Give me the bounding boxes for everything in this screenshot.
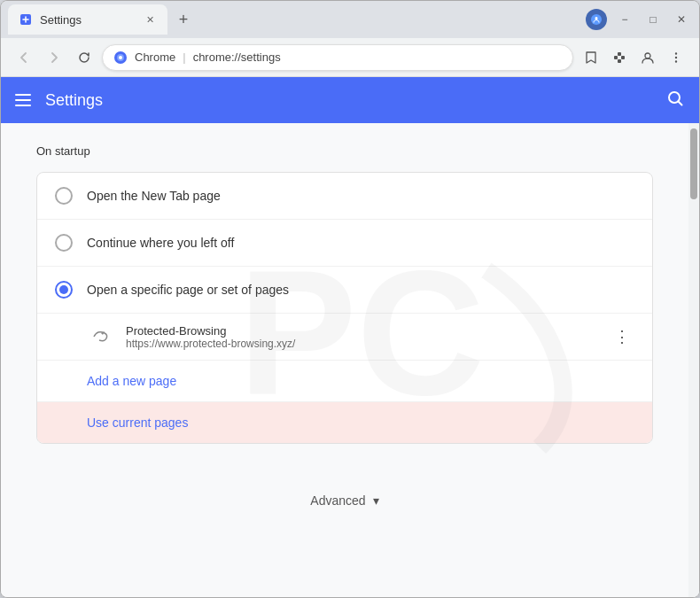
radio-btn-new-tab[interactable] (55, 187, 73, 205)
forward-button[interactable] (42, 45, 66, 70)
toolbar-icons (579, 45, 688, 70)
tab-favicon-icon (19, 12, 33, 27)
svg-rect-9 (618, 59, 621, 63)
use-current-pages-link[interactable]: Use current pages (87, 415, 188, 430)
page-name: Protected-Browsing (126, 324, 599, 338)
svg-rect-8 (618, 52, 621, 56)
settings-header: Settings (1, 77, 699, 123)
more-options-button[interactable]: ⋮ (610, 324, 634, 349)
svg-rect-7 (621, 56, 625, 59)
address-url: chrome://settings (193, 50, 281, 64)
svg-point-11 (675, 52, 677, 54)
address-bar: Chrome | chrome://settings (1, 38, 699, 77)
profile-button[interactable] (635, 45, 660, 70)
title-bar: Settings ✕ + − □ ✕ (1, 1, 699, 38)
close-button[interactable]: ✕ (671, 9, 692, 30)
reload-button[interactable] (72, 45, 97, 70)
svg-point-12 (675, 56, 677, 58)
advanced-button[interactable]: Advanced ▾ (310, 493, 378, 508)
extensions-button[interactable] (607, 45, 632, 70)
address-favicon-icon (113, 50, 128, 65)
hamburger-menu[interactable] (15, 94, 31, 106)
advanced-chevron-icon: ▾ (373, 493, 379, 508)
scrollbar[interactable] (688, 123, 699, 597)
back-button[interactable] (12, 45, 36, 70)
page-favicon-icon (87, 322, 115, 351)
svg-point-5 (119, 56, 122, 59)
radio-option-continue[interactable]: Continue where you left off (37, 220, 652, 267)
maximize-button[interactable]: □ (642, 9, 664, 30)
add-new-page-row[interactable]: Add a new page (37, 361, 652, 402)
radio-btn-specific[interactable] (55, 281, 73, 299)
new-tab-button[interactable]: + (171, 7, 196, 32)
content-main: PC On startup Open the New Tab page Cont… (1, 123, 688, 597)
on-startup-title: On startup (36, 144, 653, 158)
active-tab[interactable]: Settings ✕ (8, 4, 167, 35)
address-input[interactable]: Chrome | chrome://settings (102, 44, 573, 71)
advanced-label: Advanced (310, 493, 365, 508)
radio-label-continue: Continue where you left off (87, 236, 234, 250)
svg-point-2 (595, 17, 598, 19)
add-new-page-link[interactable]: Add a new page (87, 374, 176, 388)
radio-btn-continue[interactable] (55, 234, 73, 252)
tab-title: Settings (40, 13, 136, 27)
radio-option-specific[interactable]: Open a specific page or set of pages (37, 267, 652, 314)
chrome-label: Chrome (135, 50, 175, 64)
search-settings-button[interactable] (665, 89, 685, 112)
radio-label-specific: Open a specific page or set of pages (87, 283, 289, 297)
svg-rect-6 (614, 56, 618, 59)
settings-header-left: Settings (15, 91, 103, 110)
svg-point-10 (645, 53, 650, 58)
bookmark-button[interactable] (579, 45, 603, 70)
profile-icon (586, 9, 607, 30)
tab-close-button[interactable]: ✕ (143, 12, 157, 27)
svg-point-13 (675, 60, 677, 62)
radio-option-new-tab[interactable]: Open the New Tab page (37, 173, 652, 220)
minimize-button[interactable]: − (614, 9, 635, 30)
address-separator: | (183, 50, 185, 64)
settings-header-title: Settings (45, 91, 103, 110)
menu-button[interactable] (664, 45, 688, 70)
browser-window: Settings ✕ + − □ ✕ Chrome | (0, 0, 700, 598)
use-current-pages-row[interactable]: Use current pages (37, 402, 652, 443)
page-url: https://www.protected-browsing.xyz/ (126, 338, 599, 350)
startup-page-entry: Protected-Browsing https://www.protected… (37, 314, 652, 361)
scrollbar-thumb[interactable] (690, 128, 697, 199)
page-info: Protected-Browsing https://www.protected… (126, 324, 599, 350)
advanced-section: Advanced ▾ (36, 479, 653, 522)
window-controls: − □ ✕ (586, 9, 692, 30)
content-wrap: PC On startup Open the New Tab page Cont… (1, 123, 699, 597)
radio-label-new-tab: Open the New Tab page (87, 189, 221, 203)
startup-options-card: Open the New Tab page Continue where you… (36, 172, 653, 444)
